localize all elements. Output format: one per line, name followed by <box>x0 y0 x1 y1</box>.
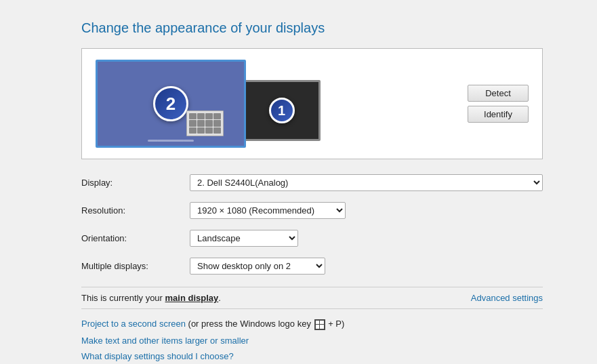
project-text: (or press the Windows logo key <box>188 319 314 329</box>
display-label: Display: <box>81 178 190 188</box>
multiple-displays-select[interactable]: Show desktop only on 2 Duplicate these d… <box>190 258 325 275</box>
settings-grid: Display: 2. Dell S2440L(Analog) 1. Gener… <box>81 174 543 275</box>
taskbar-preview-icon <box>186 110 224 136</box>
identify-button[interactable]: Identify <box>468 106 529 123</box>
status-main: main display <box>165 293 219 303</box>
text-size-line: Make text and other items larger or smal… <box>81 336 543 346</box>
status-after: . <box>218 293 221 303</box>
monitor-2[interactable]: 2 <box>96 60 246 148</box>
orientation-label: Orientation: <box>81 233 190 243</box>
multiple-displays-label: Multiple displays: <box>81 261 190 271</box>
orientation-select[interactable]: Landscape Portrait Landscape (flipped) P… <box>190 230 298 247</box>
resolution-label: Resolution: <box>81 205 190 216</box>
display-preview-area: 2 1 Detect Identify <box>81 48 543 159</box>
detect-button[interactable]: Detect <box>468 85 529 102</box>
display-select[interactable]: 2. Dell S2440L(Analog) 1. Generic PnP Mo… <box>190 174 543 191</box>
monitor-1-badge: 1 <box>269 98 295 123</box>
advanced-settings-link[interactable]: Advanced settings <box>471 293 543 303</box>
action-buttons: Detect Identify <box>447 85 529 123</box>
resolution-select[interactable]: 1920 × 1080 (Recommended) 1600 × 900 128… <box>190 202 346 219</box>
monitors-container: 2 1 <box>96 60 447 148</box>
windows-key-grid <box>316 321 324 329</box>
status-text: This is currently your main display. <box>81 293 221 303</box>
status-before: This is currently your <box>81 293 165 303</box>
monitor-1[interactable]: 1 <box>243 80 321 141</box>
text-size-link[interactable]: Make text and other items larger or smal… <box>81 336 249 346</box>
display-settings-line: What display settings should I choose? <box>81 351 543 361</box>
status-bar: This is currently your main display. Adv… <box>81 287 543 309</box>
links-section: Project to a second screen (or press the… <box>81 319 543 361</box>
display-settings-link[interactable]: What display settings should I choose? <box>81 351 234 361</box>
monitor-2-badge: 2 <box>153 86 188 121</box>
page-title: Change the appearance of your displays <box>81 20 543 36</box>
windows-key-icon <box>314 319 325 330</box>
project-end-text: + P) <box>328 319 344 329</box>
project-link-line: Project to a second screen (or press the… <box>81 319 543 330</box>
project-to-screen-link[interactable]: Project to a second screen <box>81 319 186 329</box>
